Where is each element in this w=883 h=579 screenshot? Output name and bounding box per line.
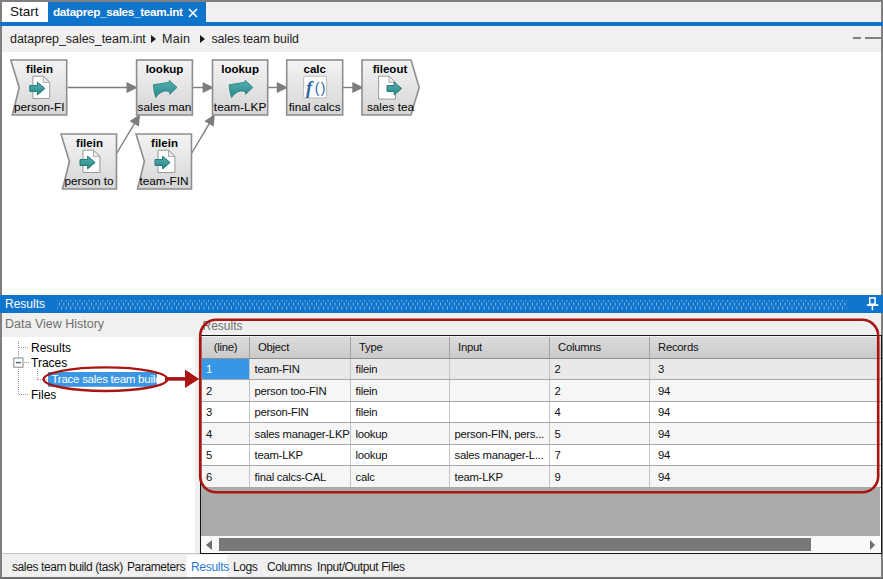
svg-text:Results: Results — [31, 341, 71, 355]
svg-text:person to: person to — [64, 174, 114, 188]
svg-text:team-FIN: team-FIN — [139, 174, 188, 188]
svg-text:calc: calc — [304, 63, 327, 75]
svg-text:Trace sales team build: Trace sales team build — [52, 372, 162, 385]
svg-text:sales man: sales man — [138, 100, 192, 114]
svg-text:filein: filein — [76, 137, 103, 149]
svg-text:fileout: fileout — [373, 63, 408, 75]
svg-text:filein: filein — [151, 137, 178, 149]
svg-text:Files: Files — [31, 388, 56, 402]
svg-text:sales tea: sales tea — [367, 100, 415, 114]
svg-text:final calcs: final calcs — [289, 100, 341, 114]
svg-text:lookup: lookup — [221, 63, 259, 75]
svg-text:filein: filein — [26, 63, 53, 75]
svg-text:(): () — [315, 80, 327, 96]
svg-text:team-LKP: team-LKP — [214, 100, 267, 114]
svg-text:Traces: Traces — [31, 356, 67, 370]
svg-text:person-FI: person-FI — [14, 100, 64, 114]
svg-text:lookup: lookup — [146, 63, 184, 75]
